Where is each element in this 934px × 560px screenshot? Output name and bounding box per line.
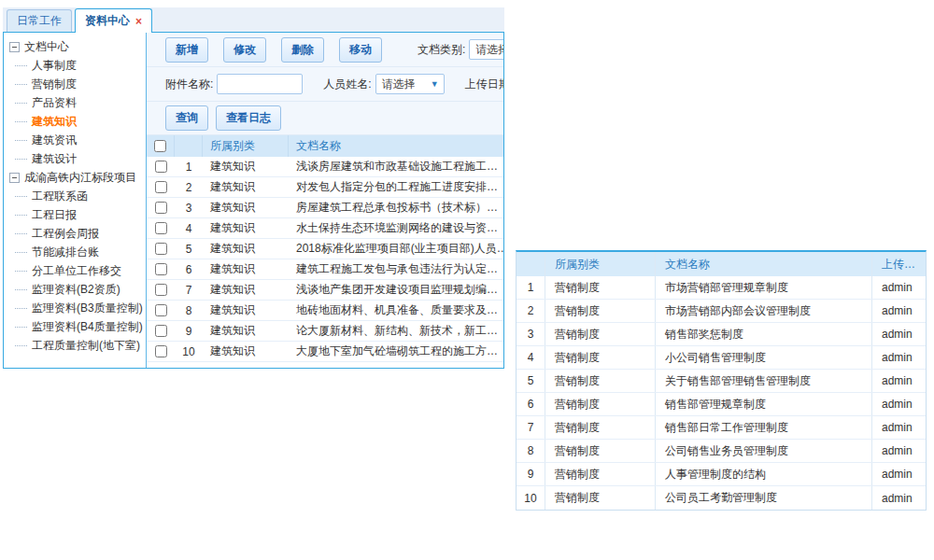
select-all-checkbox[interactable] [154, 140, 166, 152]
table-row[interactable]: 6 营销制度 销售部管理规章制度 admin [517, 393, 926, 416]
query-button[interactable]: 查询 [165, 105, 208, 131]
row-checkbox[interactable] [155, 345, 167, 357]
table-row[interactable]: 9 营销制度 人事管理制度的结构 admin [517, 463, 926, 486]
row-uploader: admin [871, 370, 926, 392]
window-body: 文档中心 人事制度 营销制度 产品资料 建筑知识 建筑资讯 建筑设计 成渝高铁内… [3, 33, 504, 369]
tree-item[interactable]: 节能减排台账 [4, 243, 146, 261]
doc-category-select[interactable]: 请选择 ▼ [469, 39, 503, 60]
row-number: 2 [175, 181, 203, 194]
row-category: 营销制度 [545, 440, 655, 462]
table-row[interactable]: 10 营销制度 公司员工考勤管理制度 admin [517, 486, 926, 510]
row-checkbox[interactable] [155, 325, 167, 337]
table-row[interactable]: 10 建筑知识 大厦地下室加气砼墙砌筑工程的施工方… [147, 342, 503, 362]
table-row[interactable]: 9 建筑知识 论大厦新材料、新结构、新技术，新工… [147, 321, 503, 342]
tab-data-center[interactable]: 资料中心 × [75, 8, 152, 33]
row-number: 7 [517, 421, 545, 434]
tree-item-label: 工程质量控制(地下室) [32, 338, 140, 354]
collapse-icon[interactable] [9, 42, 20, 52]
row-check-cell [147, 202, 175, 214]
tree-item-label: 工程例会周报 [32, 226, 99, 242]
row-number: 5 [175, 243, 203, 256]
tree-item[interactable]: 产品资料 [4, 93, 146, 112]
toolbar-button[interactable]: 新增 [165, 37, 208, 63]
table-row[interactable]: 3 建筑知识 房屋建筑工程总承包投标书（技术标）… [147, 198, 503, 218]
tree-root[interactable]: 文档中心 [4, 37, 146, 56]
name-column-header: 文档名称 [655, 252, 871, 276]
table-row[interactable]: 8 建筑知识 地砖地面材料、机具准备、质量要求及… [147, 301, 503, 321]
tree-root[interactable]: 成渝高铁内江标段项目 [4, 168, 146, 187]
category-column-header: 所属别类 [545, 252, 655, 276]
tree-item[interactable]: 建筑设计 [4, 149, 146, 168]
tree-item[interactable]: 监理资料(B2资质) [4, 280, 146, 299]
tree-item-label: 监理资料(B4质量控制) [32, 319, 143, 335]
table-row[interactable]: 2 建筑知识 对发包人指定分包的工程施工进度安排… [147, 177, 503, 198]
row-checkbox[interactable] [155, 263, 167, 275]
toolbar-button[interactable]: 删除 [281, 37, 324, 63]
row-number: 6 [517, 398, 545, 411]
tree-item[interactable]: 工程联系函 [4, 187, 146, 205]
marketing-table-header: 所属别类 文档名称 上传… [517, 252, 926, 276]
tree-item[interactable]: 建筑知识 [4, 112, 146, 131]
table-row[interactable]: 5 建筑知识 2018标准化监理项目部(业主项目部)人员… [147, 239, 503, 259]
row-checkbox[interactable] [155, 243, 167, 255]
table-row[interactable]: 3 营销制度 销售部奖惩制度 admin [517, 323, 926, 346]
row-uploader: admin [871, 276, 926, 299]
tree-item[interactable]: 监理资料(B4质量控制) [4, 317, 146, 336]
row-checkbox[interactable] [155, 202, 167, 214]
table-row[interactable]: 2 营销制度 市场营销部内部会议管理制度 admin [517, 300, 926, 323]
tree-item[interactable]: 分工单位工作移交 [4, 261, 146, 280]
attachment-label: 附件名称: [165, 77, 213, 92]
table-row[interactable]: 4 建筑知识 水土保持生态环境监测网络的建设与资… [147, 218, 503, 239]
close-tab-icon[interactable]: × [135, 16, 142, 27]
row-category: 营销制度 [545, 370, 655, 392]
tab-daily-work[interactable]: 日常工作 [7, 9, 72, 32]
table-row[interactable]: 5 营销制度 关于销售部管理销售管理制度 admin [517, 370, 926, 393]
row-name: 市场营销部内部会议管理制度 [655, 300, 871, 322]
tree-item[interactable]: 营销制度 [4, 75, 146, 93]
table-row[interactable]: 7 建筑知识 浅谈地产集团开发建设项目监理规划编… [147, 280, 503, 301]
table-row[interactable]: 8 营销制度 公司销售业务员管理制度 admin [517, 440, 926, 463]
table-row[interactable]: 7 营销制度 销售部日常工作管理制度 admin [517, 416, 926, 440]
row-checkbox[interactable] [155, 222, 167, 234]
table-row[interactable]: 6 建筑知识 建筑工程施工发包与承包违法行为认定… [147, 259, 503, 280]
row-checkbox[interactable] [155, 304, 167, 316]
table-row[interactable]: 1 营销制度 市场营销部管理规章制度 admin [517, 276, 926, 300]
row-name: 销售部日常工作管理制度 [655, 416, 871, 439]
row-uploader: admin [871, 486, 926, 510]
row-category: 营销制度 [545, 416, 655, 439]
row-checkbox[interactable] [155, 161, 167, 173]
row-checkbox[interactable] [155, 181, 167, 193]
tree-item-label: 工程联系函 [32, 189, 88, 204]
row-name: 大厦地下室加气砼墙砌筑工程的施工方… [289, 343, 503, 359]
tree-item[interactable]: 建筑资讯 [4, 131, 146, 149]
tree-item[interactable]: 工程日报 [4, 205, 146, 224]
row-checkbox[interactable] [155, 284, 167, 296]
table-row[interactable]: 1 建筑知识 浅谈房屋建筑和市政基础设施工程施工… [147, 157, 503, 177]
table-row[interactable]: 4 营销制度 小公司销售管理制度 admin [517, 346, 926, 370]
toolbar-button[interactable]: 移动 [339, 37, 382, 63]
row-check-cell [147, 284, 175, 296]
tree-item[interactable]: 工程质量控制(地下室) [4, 336, 146, 355]
tree-root-label: 文档中心 [24, 39, 69, 55]
chevron-down-icon: ▼ [426, 79, 444, 89]
row-uploader: admin [871, 463, 926, 485]
view-log-button[interactable]: 查看日志 [216, 105, 281, 131]
tree-item[interactable]: 人事制度 [4, 56, 146, 75]
person-select[interactable]: 请选择 ▼ [375, 74, 445, 94]
row-category: 建筑知识 [203, 302, 289, 318]
attachment-input[interactable] [217, 74, 303, 94]
tree-item[interactable]: 工程例会周报 [4, 224, 146, 243]
tree-item-label: 营销制度 [32, 77, 77, 92]
content-area: 新增修改删除移动 文档类别: 请选择 ▼ 文档名称: 附件名称: 人员姓名: [147, 33, 503, 368]
row-name: 人事管理制度的结构 [655, 463, 871, 485]
action-row: 查询 查看日志 [147, 102, 503, 135]
row-number: 3 [517, 328, 545, 341]
search-row: 附件名称: 人员姓名: 请选择 ▼ 上传日期: [147, 67, 503, 102]
collapse-icon[interactable] [9, 173, 20, 183]
tree-root-label: 成渝高铁内江标段项目 [24, 170, 136, 186]
tree-item-label: 分工单位工作移交 [32, 263, 121, 279]
row-category: 建筑知识 [203, 179, 289, 195]
toolbar-button[interactable]: 修改 [223, 37, 266, 63]
tree-item[interactable]: 监理资料(B3质量控制) [4, 299, 146, 317]
select-value: 请选择 [376, 77, 416, 92]
